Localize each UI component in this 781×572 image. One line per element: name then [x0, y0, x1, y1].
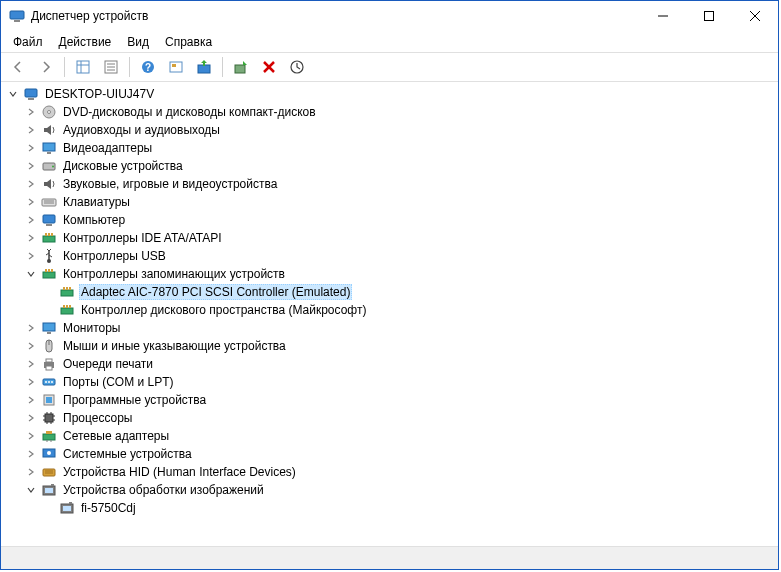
chevron-right-icon[interactable]: [23, 140, 39, 156]
mouse-icon: [41, 338, 57, 354]
close-button[interactable]: [732, 1, 778, 31]
audio-icon: [41, 122, 57, 138]
chevron-down-icon[interactable]: [23, 266, 39, 282]
tree-item-label: Контроллеры USB: [61, 249, 168, 263]
chevron-right-icon[interactable]: [23, 392, 39, 408]
controller-icon: [41, 230, 57, 246]
tree-item-label: fi-5750Cdj: [79, 501, 138, 515]
tree-item[interactable]: Аудиовходы и аудиовыходы: [3, 121, 778, 139]
toolbar-uninstall-button[interactable]: [256, 54, 282, 80]
tree-item-label: Контроллеры запоминающих устройств: [61, 267, 287, 281]
tree-item-label: Видеоадаптеры: [61, 141, 154, 155]
chevron-right-icon[interactable]: [23, 320, 39, 336]
network-icon: [41, 428, 57, 444]
drive-icon: [41, 158, 57, 174]
maximize-button[interactable]: [686, 1, 732, 31]
tree-item[interactable]: Мыши и иные указывающие устройства: [3, 337, 778, 355]
system-icon: [41, 446, 57, 462]
chevron-right-icon[interactable]: [23, 122, 39, 138]
svg-rect-18: [235, 65, 245, 73]
tree-item[interactable]: Контроллеры USB: [3, 247, 778, 265]
chevron-right-icon[interactable]: [23, 428, 39, 444]
disc-icon: [41, 104, 57, 120]
toolbar-update-driver-button[interactable]: [191, 54, 217, 80]
tree-item[interactable]: Порты (COM и LPT): [3, 373, 778, 391]
chevron-right-icon[interactable]: [23, 446, 39, 462]
tree-item[interactable]: Клавиатуры: [3, 193, 778, 211]
chevron-right-icon[interactable]: [23, 356, 39, 372]
svg-rect-1: [14, 20, 20, 22]
toolbar-enable-button[interactable]: [228, 54, 254, 80]
menu-action[interactable]: Действие: [51, 33, 120, 51]
tree-item-label: DESKTOP-UIUJ47V: [43, 87, 156, 101]
tree-item-label: Контроллеры IDE ATA/ATAPI: [61, 231, 224, 245]
menu-help[interactable]: Справка: [157, 33, 220, 51]
tree-item[interactable]: Мониторы: [3, 319, 778, 337]
chevron-right-icon[interactable]: [23, 176, 39, 192]
computer-icon: [41, 212, 57, 228]
device-tree[interactable]: DESKTOP-UIUJ47VDVD-дисководы и дисководы…: [1, 83, 778, 519]
tree-item[interactable]: Устройства обработки изображений: [3, 481, 778, 499]
tree-item[interactable]: Контроллеры запоминающих устройств: [3, 265, 778, 283]
chevron-right-icon[interactable]: [23, 230, 39, 246]
toolbar-back-button[interactable]: [5, 54, 31, 80]
chevron-right-icon[interactable]: [23, 158, 39, 174]
tree-item[interactable]: Очереди печати: [3, 355, 778, 373]
chevron-right-icon[interactable]: [23, 464, 39, 480]
chevron-down-icon[interactable]: [5, 86, 21, 102]
imaging-icon: [41, 482, 57, 498]
menubar: Файл Действие Вид Справка: [1, 32, 778, 52]
content-area[interactable]: DESKTOP-UIUJ47VDVD-дисководы и дисководы…: [1, 82, 778, 546]
menu-file[interactable]: Файл: [5, 33, 51, 51]
tree-item-label: Мониторы: [61, 321, 122, 335]
tree-item[interactable]: Контроллер дискового пространства (Майкр…: [3, 301, 778, 319]
hid-icon: [41, 464, 57, 480]
tree-item[interactable]: Контроллеры IDE ATA/ATAPI: [3, 229, 778, 247]
chevron-right-icon[interactable]: [23, 248, 39, 264]
computer-icon: [23, 86, 39, 102]
toolbar-separator: [64, 57, 65, 77]
toolbar-scan-button[interactable]: [284, 54, 310, 80]
tree-item-label: Клавиатуры: [61, 195, 132, 209]
chevron-right-icon[interactable]: [23, 410, 39, 426]
toolbar-separator: [222, 57, 223, 77]
chevron-right-icon[interactable]: [23, 212, 39, 228]
controller-icon: [59, 284, 75, 300]
tree-item[interactable]: DESKTOP-UIUJ47V: [3, 85, 778, 103]
tree-item-label: Очереди печати: [61, 357, 155, 371]
tree-item[interactable]: Системные устройства: [3, 445, 778, 463]
tree-item[interactable]: Процессоры: [3, 409, 778, 427]
tree-item[interactable]: Adaptec AIC-7870 PCI SCSI Controller (Em…: [3, 283, 778, 301]
tree-item[interactable]: Сетевые адаптеры: [3, 427, 778, 445]
chevron-right-icon[interactable]: [23, 104, 39, 120]
imaging-icon: [59, 500, 75, 516]
toolbar-help-button[interactable]: ?: [135, 54, 161, 80]
toolbar-forward-button[interactable]: [33, 54, 59, 80]
tree-item[interactable]: Дисковые устройства: [3, 157, 778, 175]
chevron-right-icon[interactable]: [23, 338, 39, 354]
chevron-right-icon[interactable]: [23, 374, 39, 390]
tree-item[interactable]: fi-5750Cdj: [3, 499, 778, 517]
tree-item[interactable]: Видеоадаптеры: [3, 139, 778, 157]
tree-item-label: Контроллер дискового пространства (Майкр…: [79, 303, 368, 317]
menu-view[interactable]: Вид: [119, 33, 157, 51]
tree-item[interactable]: Звуковые, игровые и видеоустройства: [3, 175, 778, 193]
toolbar: ?: [1, 52, 778, 82]
chevron-right-icon[interactable]: [23, 194, 39, 210]
twisty-none: [41, 284, 57, 300]
tree-item-label: Adaptec AIC-7870 PCI SCSI Controller (Em…: [79, 284, 352, 300]
minimize-button[interactable]: [640, 1, 686, 31]
tree-item-label: Устройства HID (Human Interface Devices): [61, 465, 298, 479]
toolbar-show-hide-tree-button[interactable]: [70, 54, 96, 80]
tree-item[interactable]: Программные устройства: [3, 391, 778, 409]
display-icon: [41, 140, 57, 156]
window-title: Диспетчер устройств: [31, 9, 640, 23]
tree-item[interactable]: DVD-дисководы и дисководы компакт-дисков: [3, 103, 778, 121]
toolbar-action-button[interactable]: [163, 54, 189, 80]
toolbar-properties-button[interactable]: [98, 54, 124, 80]
software-icon: [41, 392, 57, 408]
tree-item[interactable]: Компьютер: [3, 211, 778, 229]
chevron-down-icon[interactable]: [23, 482, 39, 498]
port-icon: [41, 374, 57, 390]
tree-item[interactable]: Устройства HID (Human Interface Devices): [3, 463, 778, 481]
